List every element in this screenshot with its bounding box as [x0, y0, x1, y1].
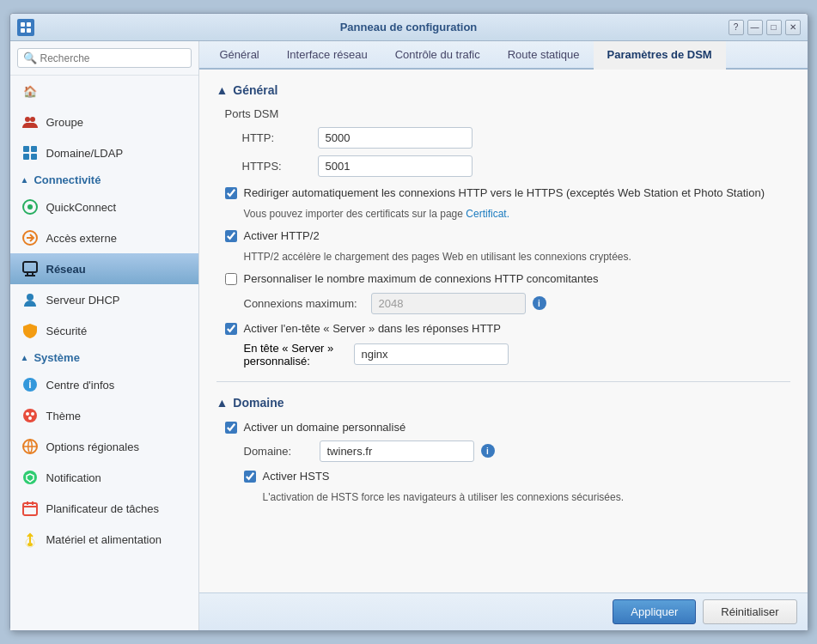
server-header-checkbox-row: Activer l'en-tête « Server » dans les ré… [225, 321, 790, 337]
svg-rect-7 [31, 146, 37, 152]
systeme-chevron: ▲ [21, 353, 29, 362]
sidebar-item-acces[interactable]: Accès externe [10, 222, 198, 253]
server-header-row: En tête « Server » personnalisé: [244, 342, 790, 368]
svg-rect-3 [27, 28, 31, 33]
sidebar-item-theme[interactable]: Thème [10, 400, 198, 431]
svg-point-11 [27, 204, 33, 210]
help-button[interactable]: ? [729, 20, 744, 35]
svg-rect-9 [31, 154, 37, 160]
reseau-icon [21, 259, 40, 278]
section-domaine-chevron: ▲ [216, 396, 229, 410]
sidebar-item-materiel[interactable]: Matériel et alimentation [10, 524, 198, 555]
sidebar-label-centre: Centre d'infos [46, 379, 115, 392]
titlebar: Panneau de configuration ? — □ ✕ [10, 14, 808, 41]
sidebar-item-dhcp[interactable]: Serveur DHCP [10, 284, 198, 315]
sidebar-item-reseau[interactable]: Réseau [10, 253, 198, 284]
main-window: Panneau de configuration ? — □ ✕ 🔍 🏠 [9, 13, 808, 631]
app-icon [17, 19, 34, 36]
sidebar-item-home[interactable]: 🏠 [10, 76, 198, 106]
sidebar-label-securite: Sécurité [46, 325, 88, 337]
svg-point-24 [27, 543, 33, 546]
http-input[interactable] [318, 127, 473, 149]
section-general-title: Général [233, 83, 277, 97]
cert-text-before: Vous pouvez importer des certificats sur… [244, 208, 466, 220]
server-header-label2: personnalisé: [244, 355, 347, 368]
sidebar-item-planificateur[interactable]: Planificateur de tâches [10, 493, 198, 524]
systeme-label: Système [34, 351, 79, 364]
svg-point-19 [31, 412, 34, 416]
domain-label: Domaine: [244, 445, 313, 458]
cert-info-text: Vous pouvez importer des certificats sur… [244, 206, 790, 222]
conn-max-row: Connexions maximum: i [244, 293, 790, 314]
svg-rect-1 [27, 22, 31, 27]
section-domaine-title: Domaine [233, 396, 284, 410]
sidebar-item-centre[interactable]: i Centre d'infos [10, 369, 198, 400]
window-controls: ? — □ ✕ [729, 20, 801, 35]
connectivity-chevron: ▲ [21, 175, 29, 185]
ports-dsm-label: Ports DSM [225, 107, 790, 120]
max-conn-checkbox[interactable] [225, 273, 237, 285]
materiel-icon [21, 530, 40, 549]
svg-rect-2 [21, 28, 25, 33]
section-general-header: ▲ Général [216, 83, 790, 97]
svg-point-18 [26, 412, 29, 416]
redirect-checkbox[interactable] [225, 187, 237, 199]
footer-bar: Appliquer Réinitialiser [199, 592, 808, 630]
tab-general[interactable]: Général [206, 41, 273, 70]
domaine-area: Activer un domaine personnalisé Domaine:… [225, 420, 790, 505]
server-header-label-group: En tête « Server » personnalisé: [244, 342, 347, 368]
hsts-checkbox-row: Activer HSTS [244, 469, 790, 484]
sidebar-section-systeme: ▲ Système [10, 346, 198, 369]
sidebar-item-quickconnect[interactable]: QuickConnect [10, 191, 198, 222]
server-header-label1: En tête « Server » [244, 342, 347, 355]
search-input[interactable] [40, 52, 186, 64]
tab-dsm[interactable]: Paramètres de DSM [594, 41, 726, 70]
minimize-button[interactable]: — [747, 20, 763, 35]
svg-point-20 [28, 416, 32, 420]
custom-domain-checkbox[interactable] [225, 422, 237, 434]
hsts-checkbox[interactable] [244, 471, 256, 483]
cert-link[interactable]: Certificat. [466, 208, 509, 220]
domain-info-icon[interactable]: i [481, 444, 495, 458]
server-header-label: Activer l'en-tête « Server » dans les ré… [244, 321, 501, 337]
server-header-checkbox[interactable] [225, 323, 237, 335]
theme-icon [21, 406, 40, 425]
sidebar-item-ldap[interactable]: Domaine/LDAP [10, 137, 198, 168]
tab-route[interactable]: Route statique [494, 41, 594, 70]
section-general-chevron: ▲ [216, 83, 229, 97]
https-group: HTTPS: [242, 155, 790, 177]
conn-max-info-icon[interactable]: i [533, 296, 546, 310]
sidebar-item-regional[interactable]: Options régionales [10, 431, 198, 462]
server-header-input[interactable] [354, 343, 509, 365]
tab-trafic[interactable]: Contrôle du trafic [381, 41, 494, 70]
close-button[interactable]: ✕ [785, 20, 801, 35]
custom-domain-label: Activer un domaine personnalisé [244, 420, 406, 435]
regional-icon [21, 437, 40, 456]
centre-icon: i [21, 375, 40, 394]
group-icon [21, 112, 40, 131]
planificateur-icon [21, 499, 40, 518]
search-box[interactable]: 🔍 [17, 48, 192, 68]
home-icon: 🏠 [21, 82, 40, 100]
http2-checkbox[interactable] [225, 230, 237, 242]
http2-label: Activer HTTP/2 [244, 228, 320, 244]
http2-checkbox-row: Activer HTTP/2 [225, 228, 790, 244]
domain-input[interactable] [320, 440, 474, 462]
sidebar-label-theme: Thème [46, 410, 81, 422]
sidebar-label-groupe: Groupe [46, 116, 83, 129]
restore-button[interactable]: □ [766, 20, 782, 35]
https-input[interactable] [318, 155, 473, 177]
sidebar-item-notification[interactable]: Notification [10, 462, 198, 493]
conn-max-label: Connexions maximum: [244, 297, 364, 310]
conn-max-input[interactable] [371, 293, 526, 314]
sidebar-item-securite[interactable]: Sécurité [10, 315, 198, 346]
custom-domain-checkbox-row: Activer un domaine personnalisé [225, 420, 790, 435]
tab-interface[interactable]: Interface réseau [273, 41, 381, 70]
sidebar-item-groupe[interactable]: Groupe [10, 106, 198, 137]
reset-button[interactable]: Réinitialiser [703, 599, 796, 624]
hsts-label: Activer HSTS [263, 469, 330, 484]
apply-button[interactable]: Appliquer [613, 599, 696, 624]
sidebar-label-planificateur: Planificateur de tâches [46, 502, 160, 515]
svg-point-17 [23, 409, 37, 422]
svg-rect-8 [23, 154, 29, 160]
